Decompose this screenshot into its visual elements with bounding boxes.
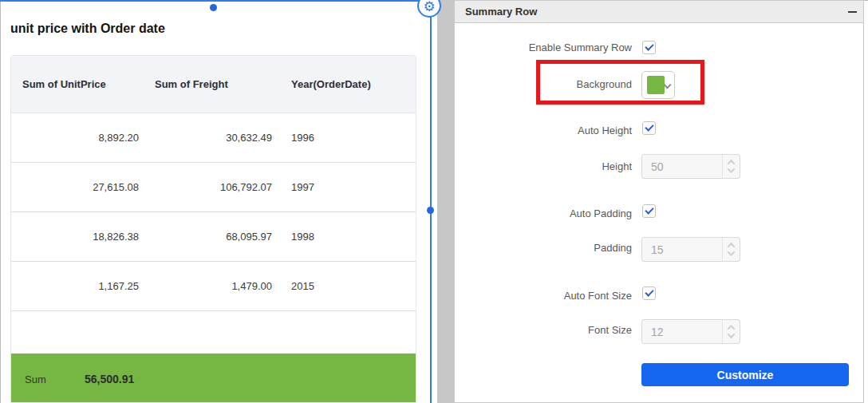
table-row: 1,167.25 1,479.00 2015 [11,262,416,311]
auto-font-size-checkbox[interactable] [642,286,656,300]
table-row: 27,615.08 106,792.07 1997 [11,163,416,212]
panel-divider [437,0,454,403]
cell-sum-unitprice: 1,167.25 [11,280,147,292]
dashboard-designer: ⚙ unit price with Order date Sum of Unit… [0,0,868,403]
column-header: Sum of UnitPrice [11,78,147,90]
spinner-down-icon [728,248,736,256]
auto-height-checkbox[interactable] [642,121,656,135]
cell-sum-unitprice: 27,615.08 [11,181,147,193]
spinner-down-icon [728,330,736,338]
cell-sum-freight: 68,095.97 [147,231,282,243]
widget-selection-border-top [0,0,432,2]
cell-year: 1997 [282,181,416,193]
spinner-buttons[interactable] [722,155,740,178]
padding-spinner [641,237,740,262]
cell-sum-freight: 106,792.07 [147,181,282,193]
grid-widget: Sum of UnitPrice Sum of Freight Year(Ord… [10,55,416,403]
cell-year: 2015 [282,280,416,292]
enable-summary-row-checkbox[interactable] [642,41,656,54]
height-input[interactable] [642,155,720,178]
auto-font-size-label: Auto Font Size [455,290,632,302]
widget-selection-border-right [430,6,432,403]
column-header: Sum of Freight [147,78,282,90]
spinner-buttons[interactable] [722,238,740,261]
background-color-picker[interactable] [641,71,675,99]
cell-year: 1996 [282,132,416,144]
cell-sum-unitprice: 8,892.20 [11,132,147,144]
cell-sum-freight: 1,479.00 [147,280,282,292]
table-row: 8,892.20 30,632.49 1996 [11,113,416,163]
auto-height-label: Auto Height [455,124,632,137]
resize-handle-top[interactable] [210,4,217,11]
customize-button[interactable]: Customize [641,363,849,386]
column-header: Year(OrderDate) [282,78,416,90]
padding-input[interactable] [642,238,720,261]
enable-summary-row-label: Enable Summary Row [455,41,632,54]
panel-header: Summary Row [455,1,863,23]
table-empty-row [11,311,416,354]
color-swatch [647,76,665,94]
padding-label: Padding [455,242,632,255]
font-size-input[interactable] [642,320,720,343]
gear-icon: ⚙ [423,0,435,14]
font-size-spinner [641,319,740,344]
summary-value: 56,500.91 [85,373,134,385]
auto-padding-checkbox[interactable] [642,204,656,218]
panel-title: Summary Row [455,6,537,18]
height-label: Height [455,160,632,173]
summary-label: Sum [11,373,85,385]
table-row: 18,826.38 68,095.97 1998 [11,212,416,262]
resize-handle-right[interactable] [427,207,434,214]
spinner-down-icon [728,165,736,173]
cell-sum-unitprice: 18,826.38 [11,231,147,243]
auto-padding-label: Auto Padding [455,207,632,220]
grid-header-row: Sum of UnitPrice Sum of Freight Year(Ord… [11,56,416,113]
chevron-down-icon [664,81,672,89]
summary-row: Sum 56,500.91 [11,354,416,403]
cell-year: 1998 [282,231,416,243]
cell-sum-freight: 30,632.49 [147,132,282,144]
height-spinner [641,154,740,179]
font-size-label: Font Size [455,324,632,337]
background-label: Background [455,78,632,91]
minus-icon [848,11,857,13]
collapse-button[interactable] [844,7,858,18]
widget-title: unit price with Order date [10,22,165,36]
properties-panel: Summary Row Enable Summary Row Backgroun… [454,0,864,403]
spinner-buttons[interactable] [722,320,740,343]
